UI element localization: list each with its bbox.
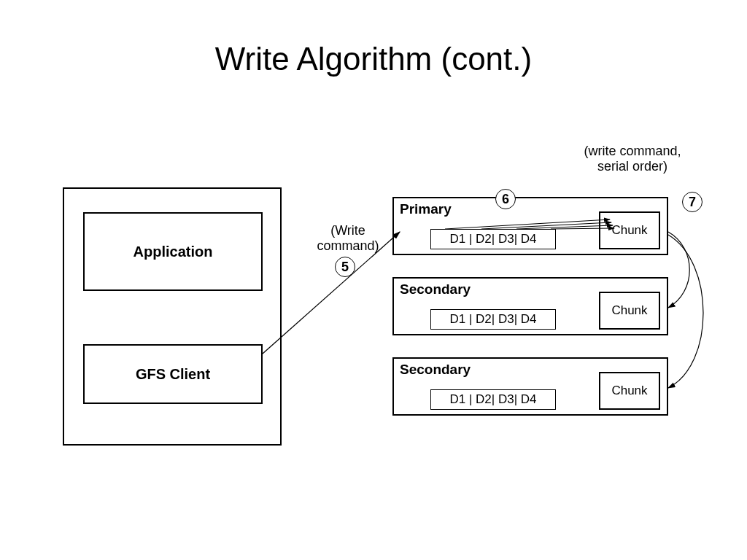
step-marker-7: 7 — [682, 192, 703, 212]
primary-data-buffer: D1 | D2| D3| D4 — [430, 229, 556, 249]
secondary1-data-buffer: D1 | D2| D3| D4 — [430, 309, 556, 330]
serial-order-annotation: (write command, serial order) — [570, 144, 694, 174]
secondary1-title: Secondary — [400, 281, 471, 298]
gfs-client-label: GFS Client — [136, 366, 210, 383]
slide-title: Write Algorithm (cont.) — [0, 41, 747, 77]
gfs-client-box: GFS Client — [83, 344, 263, 404]
step-marker-6: 6 — [495, 189, 516, 209]
diagram-canvas: Write Algorithm (cont.) Application GFS … — [0, 0, 747, 560]
arrow-primary-to-secondary1 — [668, 232, 689, 308]
primary-title: Primary — [400, 201, 452, 217]
primary-chunk-box: Chunk — [599, 211, 660, 249]
application-label: Application — [133, 244, 213, 260]
application-box: Application — [83, 212, 263, 291]
secondary2-chunk-box: Chunk — [599, 372, 660, 410]
secondary2-title: Secondary — [400, 362, 471, 378]
step-marker-5: 5 — [335, 257, 355, 277]
write-command-annotation: (Write command) — [311, 223, 384, 253]
secondary1-chunk-box: Chunk — [599, 292, 660, 330]
secondary2-data-buffer: D1 | D2| D3| D4 — [430, 389, 556, 410]
arrow-primary-to-secondary2 — [668, 235, 703, 388]
